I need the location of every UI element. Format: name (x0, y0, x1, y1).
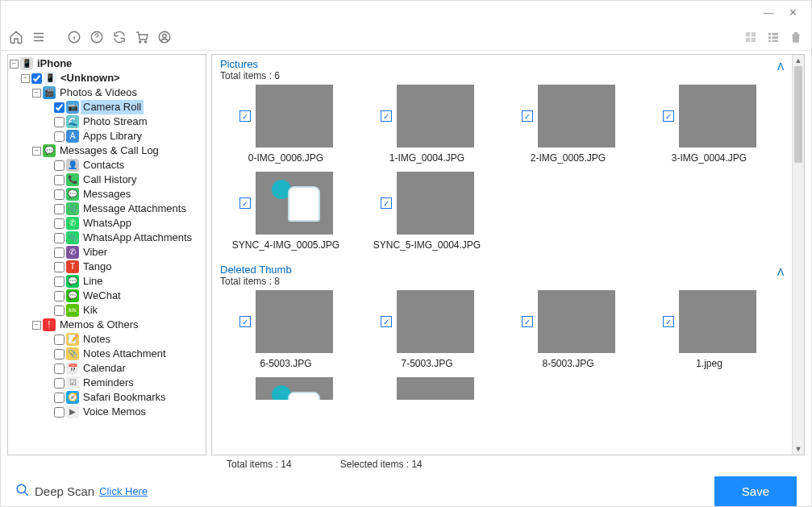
tree-item-calendar[interactable]: 📅Calendar (42, 361, 206, 376)
tree-item-viber[interactable]: ✆Viber (42, 245, 206, 260)
tree-item-messages[interactable]: 💬Messages (42, 187, 206, 202)
svg-point-2 (139, 40, 141, 42)
thumb-image[interactable] (397, 172, 474, 235)
thumb-image[interactable] (256, 85, 333, 148)
tree-cat-photos[interactable]: − 🎬 Photos & Videos (31, 85, 206, 100)
thumb-image[interactable] (256, 377, 333, 400)
scroll-thumb[interactable] (794, 66, 802, 163)
thumb-checkbox[interactable]: ✓ (381, 316, 392, 327)
svg-rect-7 (752, 32, 756, 36)
view-list-icon[interactable] (764, 28, 782, 46)
deep-scan: Deep Scan Click Here (15, 483, 148, 500)
tree-item-camera-roll[interactable]: 📷Camera Roll (42, 100, 206, 114)
deleted-grid: ✓6-5003.JPG ✓7-5003.JPG ✓8-5003.JPG ✓1.j… (220, 290, 784, 400)
thumb-image[interactable] (397, 377, 474, 400)
thumb-item[interactable]: ✓3-IMG_0004.JPG (643, 85, 775, 164)
tree-item-line[interactable]: 💬Line (42, 274, 206, 289)
content-panel: Pictures Total items : 6 ᐱ ✓0-IMG_0006.J… (211, 54, 805, 455)
tree-item-tango[interactable]: TTango (42, 260, 206, 274)
thumb-item[interactable]: ✓6-5003.JPG (220, 290, 352, 369)
tree-item-whatsapp-attach[interactable]: 📎WhatsApp Attachments (42, 231, 206, 245)
tree-item-whatsapp[interactable]: ✆WhatsApp (42, 216, 206, 231)
close-button[interactable]: ✕ (781, 4, 805, 20)
tree-panel: − 📱 iPhone − 📱 <Unknown> (7, 54, 206, 455)
tree-item-call-history[interactable]: 📞Call History (42, 172, 206, 187)
thumb-checkbox[interactable]: ✓ (381, 110, 392, 122)
tree-root-label: iPhone (35, 56, 74, 71)
thumb-item[interactable]: ✓1.jpeg (643, 290, 775, 369)
trash-icon[interactable] (787, 28, 805, 46)
thumb-image[interactable] (538, 290, 615, 353)
section-pictures-sub: Total items : 6 (220, 70, 280, 81)
thumb-checkbox[interactable]: ✓ (239, 197, 251, 209)
svg-rect-11 (772, 32, 779, 35)
svg-rect-15 (772, 39, 779, 41)
tree-cat-messages[interactable]: − 💬 Messages & Call Log (31, 143, 206, 158)
tree-item-wechat[interactable]: 💬WeChat (42, 289, 206, 303)
home-icon[interactable] (7, 28, 25, 46)
tree-device[interactable]: − 📱 <Unknown> (19, 71, 206, 85)
tree-item-voice-memos[interactable]: ▶Voice Memos (42, 405, 206, 419)
minimize-button[interactable]: — (756, 4, 781, 20)
menu-icon[interactable] (30, 28, 48, 46)
thumb-item[interactable]: ✓1-IMG_0004.JPG (361, 85, 493, 164)
thumb-image[interactable] (256, 172, 333, 235)
deep-scan-label: Deep Scan (35, 484, 94, 498)
svg-point-3 (144, 40, 146, 42)
thumb-checkbox[interactable]: ✓ (522, 110, 533, 122)
thumb-checkbox[interactable]: ✓ (663, 316, 674, 327)
tree-item-notes-attach[interactable]: 📎Notes Attachment (42, 347, 206, 361)
tree-item-photo-stream[interactable]: 🌊Photo Stream (42, 114, 206, 129)
tree-cat-memos[interactable]: − ! Memos & Others (31, 318, 206, 332)
tree-item-msg-attach[interactable]: 📎Message Attachments (42, 202, 206, 216)
tree-item-reminders[interactable]: ☑Reminders (42, 376, 206, 390)
tree-item-notes[interactable]: 📝Notes (42, 332, 206, 347)
thumb-item[interactable]: ✓ (220, 377, 352, 400)
collapse-deleted-icon[interactable]: ᐱ (777, 267, 784, 278)
thumb-item[interactable]: ✓0-IMG_0006.JPG (220, 85, 352, 164)
cart-icon[interactable] (133, 28, 151, 46)
collapse-pictures-icon[interactable]: ᐱ (777, 61, 784, 73)
search-icon (15, 483, 30, 500)
thumb-image[interactable] (679, 290, 756, 353)
scroll-down-icon[interactable]: ▼ (793, 443, 804, 455)
thumb-item[interactable]: ✓7-5003.JPG (361, 290, 493, 369)
thumb-item[interactable]: ✓ (361, 377, 493, 400)
thumb-item[interactable]: ✓2-IMG_0005.JPG (502, 85, 634, 164)
content-scrollbar[interactable]: ▲ ▼ (792, 55, 804, 455)
view-grid-icon[interactable] (742, 28, 760, 46)
tree-device-chk[interactable] (31, 73, 42, 84)
info-icon[interactable] (65, 28, 83, 46)
thumb-checkbox[interactable]: ✓ (522, 316, 533, 327)
thumb-image[interactable] (679, 85, 756, 148)
thumb-image[interactable] (256, 290, 333, 353)
thumb-checkbox[interactable]: ✓ (239, 316, 251, 327)
refresh-icon[interactable] (110, 28, 128, 46)
tree-cat-memos-label: Memos & Others (57, 318, 141, 332)
thumb-image[interactable] (397, 290, 474, 353)
svg-rect-14 (768, 39, 771, 41)
thumb-checkbox[interactable]: ✓ (239, 110, 251, 122)
scroll-up-icon[interactable]: ▲ (793, 55, 804, 66)
svg-rect-9 (752, 37, 756, 41)
tree-item-kik[interactable]: kikKik (42, 303, 206, 318)
thumb-image[interactable] (397, 85, 474, 148)
thumb-image[interactable] (538, 85, 615, 148)
thumb-checkbox[interactable]: ✓ (663, 110, 674, 122)
thumb-item[interactable]: ✓8-5003.JPG (502, 290, 634, 369)
user-icon[interactable] (156, 28, 173, 46)
tree-item-contacts[interactable]: 👤Contacts (42, 158, 206, 172)
thumb-item[interactable]: ✓SYNC_4-IMG_0005.JPG (220, 172, 352, 251)
thumb-checkbox[interactable]: ✓ (381, 197, 392, 209)
help-icon[interactable] (88, 28, 106, 46)
tree-root[interactable]: − 📱 iPhone (8, 56, 206, 71)
thumb-item[interactable]: ✓SYNC_5-IMG_0004.JPG (361, 172, 493, 251)
tree-item-apps-library[interactable]: AApps Library (42, 129, 206, 143)
svg-rect-13 (772, 36, 779, 39)
deep-scan-link[interactable]: Click Here (99, 485, 148, 497)
save-button[interactable]: Save (714, 476, 797, 506)
svg-rect-10 (768, 32, 771, 35)
section-deleted-title: Deleted Thumb (220, 264, 292, 276)
tree-item-safari[interactable]: 🧭Safari Bookmarks (42, 390, 206, 405)
status-selected: Selected items : 14 (340, 459, 423, 470)
